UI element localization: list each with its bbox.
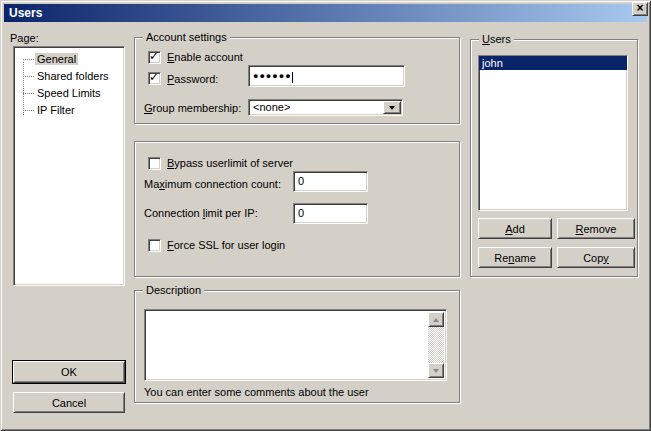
description-group: Description You can enter some comments … bbox=[134, 290, 460, 403]
tree-item-label: General bbox=[35, 53, 78, 65]
force-ssl-label: Force SSL for user login bbox=[167, 239, 285, 252]
page-label: Page: bbox=[10, 32, 39, 45]
enable-account-checkbox[interactable]: ✓ bbox=[148, 51, 161, 64]
add-button[interactable]: Add bbox=[478, 218, 552, 239]
description-scrollbar[interactable] bbox=[428, 312, 444, 378]
tree-item-general[interactable]: General bbox=[16, 51, 122, 68]
remove-button[interactable]: Remove bbox=[557, 218, 635, 239]
bypass-userlimit-label: Bypass userlimit of server bbox=[167, 157, 293, 170]
account-settings-group: Account settings ✓ Enable account ✓ Pass… bbox=[134, 37, 460, 124]
password-label: Password: bbox=[167, 73, 218, 86]
copy-button[interactable]: Copy bbox=[557, 247, 635, 268]
group-membership-select[interactable]: <none> bbox=[248, 99, 403, 116]
ok-button[interactable]: OK bbox=[13, 361, 125, 383]
conn-per-ip-input[interactable]: 0 bbox=[293, 203, 368, 224]
description-caption: Description bbox=[143, 284, 204, 297]
page-tree[interactable]: General Shared folders Speed Limits IP F… bbox=[13, 46, 125, 286]
group-membership-value: <none> bbox=[253, 101, 290, 114]
description-textarea[interactable] bbox=[144, 309, 447, 381]
close-button[interactable]: × bbox=[632, 2, 648, 16]
scroll-up-button[interactable] bbox=[428, 312, 444, 327]
cancel-button[interactable]: Cancel bbox=[13, 392, 125, 413]
titlebar[interactable]: Users bbox=[4, 4, 647, 22]
close-icon: × bbox=[636, 2, 643, 14]
group-membership-label: Group membership: bbox=[144, 102, 241, 115]
tree-items: General Shared folders Speed Limits IP F… bbox=[16, 51, 122, 119]
force-ssl-checkbox[interactable] bbox=[148, 239, 161, 252]
max-connections-label: Maximum connection count: bbox=[144, 178, 281, 191]
users-group: Users john Add Remove Rename Copy bbox=[470, 39, 638, 277]
scroll-down-button[interactable] bbox=[428, 363, 444, 378]
enable-account-label: Enable account bbox=[167, 51, 243, 64]
users-dialog: Users × Page: General Shared folders Spe… bbox=[0, 0, 651, 431]
users-caption: Users bbox=[479, 33, 514, 46]
conn-per-ip-value: 0 bbox=[298, 207, 304, 219]
rename-button[interactable]: Rename bbox=[478, 247, 552, 268]
tree-item-label: IP Filter bbox=[35, 104, 77, 116]
window-title: Users bbox=[9, 6, 42, 20]
tree-item-label: Speed Limits bbox=[35, 87, 103, 99]
max-connections-input[interactable]: 0 bbox=[293, 171, 368, 192]
account-settings-caption: Account settings bbox=[143, 31, 230, 44]
check-icon: ✓ bbox=[149, 70, 159, 84]
conn-per-ip-label: Connection limit per IP: bbox=[144, 207, 258, 220]
description-note: You can enter some comments about the us… bbox=[144, 386, 369, 398]
bypass-userlimit-checkbox[interactable] bbox=[148, 157, 161, 170]
users-listbox[interactable]: john bbox=[478, 55, 628, 211]
tree-item-shared-folders[interactable]: Shared folders bbox=[16, 68, 122, 85]
triangle-up-icon bbox=[433, 318, 439, 322]
password-input[interactable]: ●●●●●● bbox=[248, 65, 405, 87]
combo-dropdown-button[interactable] bbox=[383, 101, 401, 114]
check-icon: ✓ bbox=[149, 49, 159, 63]
tree-item-label: Shared folders bbox=[35, 70, 111, 82]
limits-group: Bypass userlimit of server Maximum conne… bbox=[134, 141, 460, 277]
user-list-item[interactable]: john bbox=[479, 56, 627, 70]
password-checkbox[interactable]: ✓ bbox=[148, 72, 161, 85]
max-connections-value: 0 bbox=[298, 175, 304, 187]
triangle-down-icon bbox=[433, 369, 439, 373]
password-value: ●●●●●● bbox=[253, 71, 292, 81]
tree-item-ip-filter[interactable]: IP Filter bbox=[16, 102, 122, 119]
tree-item-speed-limits[interactable]: Speed Limits bbox=[16, 85, 122, 102]
chevron-down-icon bbox=[389, 106, 395, 110]
scrollbar-track[interactable] bbox=[428, 327, 444, 363]
